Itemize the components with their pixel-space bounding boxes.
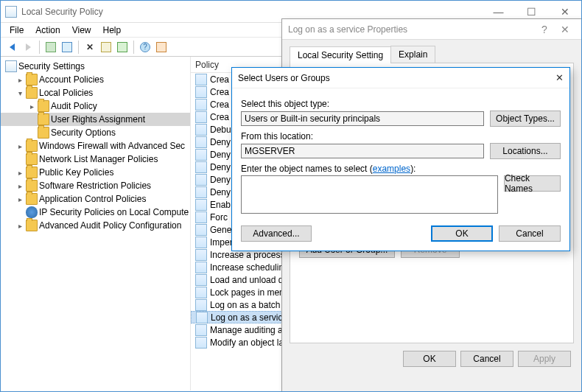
policy-icon <box>195 299 207 311</box>
tree-root[interactable]: Security Settings <box>1 60 190 73</box>
tree-item[interactable]: User Rights Assignment <box>1 113 190 126</box>
folder-icon <box>38 127 49 139</box>
tree-item[interactable]: ▸Account Policies <box>1 73 190 86</box>
folder-icon <box>26 153 38 165</box>
tree-item-label: Application Control Policies <box>39 194 146 204</box>
policy-icon <box>195 86 207 98</box>
tree-item-label: Network List Manager Policies <box>39 154 158 164</box>
tree-item-label: Security Options <box>51 127 116 138</box>
policy-icon <box>195 274 207 286</box>
tree-item[interactable]: ▸Audit Policy <box>1 99 190 113</box>
toolbar-separator <box>78 41 79 54</box>
expander-icon[interactable]: ▸ <box>15 76 24 84</box>
menu-help[interactable]: Help <box>97 24 127 37</box>
policy-icon <box>195 262 207 273</box>
list-item-label: Forc <box>210 212 228 223</box>
object-types-button[interactable]: Object Types... <box>490 111 561 127</box>
show-hide-tree-button[interactable] <box>59 39 75 55</box>
tree-item[interactable]: IP Security Policies on Local Compute <box>1 206 190 219</box>
select-dialog-title: Select Users or Groups <box>238 73 546 83</box>
expander-icon[interactable]: ▸ <box>15 169 24 177</box>
expander-icon[interactable]: ▸ <box>15 195 24 203</box>
folder-icon <box>26 193 38 205</box>
object-names-input[interactable] <box>241 175 498 214</box>
properties-button[interactable] <box>98 39 114 55</box>
tree-item[interactable]: ▸Windows Firewall with Advanced Sec <box>1 139 190 153</box>
expander-icon[interactable]: ▾ <box>15 89 24 97</box>
policy-icon <box>195 161 207 173</box>
list-item-label: Deny <box>210 150 231 160</box>
tab-explain[interactable]: Explain <box>390 46 435 63</box>
policy-icon <box>195 124 207 136</box>
window-title: Local Security Policy <box>21 7 482 17</box>
export-button[interactable] <box>114 39 130 55</box>
examples-link[interactable]: examples <box>373 164 410 174</box>
check-names-button[interactable]: Check Names <box>504 175 561 192</box>
expander-icon[interactable]: ▸ <box>15 182 24 190</box>
menu-action[interactable]: Action <box>29 24 66 37</box>
folder-icon <box>26 140 38 152</box>
properties-help-button[interactable]: ? <box>534 24 555 35</box>
tree-item[interactable]: ▸Advanced Audit Policy Configuration <box>1 219 190 232</box>
shield-icon <box>26 206 38 218</box>
properties-cancel-button[interactable]: Cancel <box>460 351 513 367</box>
expander-icon[interactable]: ▸ <box>27 102 36 111</box>
back-button[interactable] <box>4 39 20 55</box>
select-ok-button[interactable]: OK <box>431 225 493 242</box>
properties-tabs: Local Security Setting Explain <box>290 46 574 63</box>
list-item-label: Enab <box>210 200 231 210</box>
list-item-label: Crea <box>210 87 229 97</box>
list-item-label: Deny <box>210 137 231 147</box>
object-names-label: Enter the object names to select (exampl… <box>241 164 561 174</box>
from-location-label: From this location: <box>241 131 561 141</box>
list-item-label: Deny <box>210 162 231 172</box>
delete-button[interactable]: ✕ <box>82 39 98 55</box>
up-button[interactable] <box>43 39 59 55</box>
object-type-field[interactable]: Users or Built-in security principals <box>241 111 484 126</box>
policy-icon <box>195 337 207 349</box>
toolbar-separator <box>133 41 134 54</box>
select-dialog-titlebar: Select Users or Groups ✕ <box>232 68 569 88</box>
help-button[interactable]: ? <box>137 39 153 55</box>
folder-icon <box>26 74 38 85</box>
tree-item[interactable]: ▾Local Policies <box>1 86 190 99</box>
locations-button[interactable]: Locations... <box>490 143 561 159</box>
tree-item[interactable]: ▸Application Control Policies <box>1 192 190 206</box>
list-item-label: Modify an object lab <box>210 337 289 348</box>
policy-icon <box>195 249 207 261</box>
tree-item-label: Public Key Policies <box>39 167 113 178</box>
tab-local-security-setting[interactable]: Local Security Setting <box>290 46 391 63</box>
folder-icon <box>38 113 49 125</box>
expander-icon[interactable]: ▸ <box>15 222 24 230</box>
policy-icon <box>195 211 207 223</box>
from-location-field[interactable]: MGSERVER <box>241 144 484 158</box>
app-icon <box>5 6 17 18</box>
menu-file[interactable]: File <box>4 24 29 37</box>
select-dialog-close-button[interactable]: ✕ <box>546 72 564 83</box>
tree-item[interactable]: ▸Software Restriction Policies <box>1 179 190 192</box>
tree-item[interactable]: Security Options <box>1 126 190 139</box>
select-cancel-button[interactable]: Cancel <box>499 225 561 242</box>
list-item-label: Crea <box>210 99 229 110</box>
properties-ok-button[interactable]: OK <box>403 351 456 367</box>
tree-item-label: IP Security Policies on Local Compute <box>39 207 189 217</box>
advanced-button[interactable]: Advanced... <box>241 225 312 242</box>
tree-item[interactable]: ▸Public Key Policies <box>1 166 190 179</box>
tree-pane[interactable]: Security Settings ▸Account Policies▾Loca… <box>1 57 191 391</box>
folder-icon <box>26 167 38 178</box>
refresh-button[interactable] <box>153 39 169 55</box>
menu-view[interactable]: View <box>66 24 97 37</box>
properties-apply-button[interactable]: Apply <box>518 351 571 367</box>
list-item-label: Lock pages in memo <box>210 287 292 298</box>
object-type-label: Select this object type: <box>241 99 561 109</box>
forward-button[interactable] <box>20 39 36 55</box>
list-item-label: Deny <box>210 175 231 185</box>
tree-item[interactable]: Network List Manager Policies <box>1 153 190 166</box>
list-item-label: Log on as a batch jo <box>210 300 290 310</box>
properties-titlebar: Log on as a service Properties ? ✕ <box>282 19 581 40</box>
properties-title: Log on as a service Properties <box>288 24 534 35</box>
policy-icon <box>195 186 207 198</box>
expander-icon[interactable]: ▸ <box>15 142 24 150</box>
properties-close-button[interactable]: ✕ <box>555 24 575 35</box>
tree-item-label: Software Restriction Policies <box>39 181 151 191</box>
